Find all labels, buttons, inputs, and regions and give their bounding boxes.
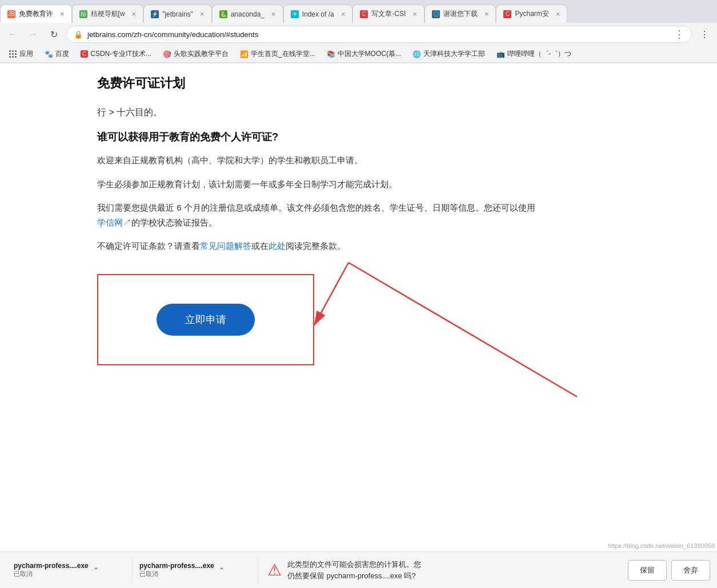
svg-line-2	[349, 263, 577, 397]
download-item-2: pycharm-profess....exe 已取消 ⌃	[133, 557, 258, 583]
bookmark-tougao[interactable]: 🎯 头歌实践教学平台	[158, 48, 233, 60]
tab-bar: JB 免费教育许 × 桔 桔梗导航[w × ⚡ "jetbrains" × 🐍 …	[0, 0, 717, 23]
tab-icon-index: ✈	[291, 10, 299, 18]
tab-free-edu[interactable]: JB 免费教育许 ×	[0, 5, 72, 23]
address-text: jetbrains.com/zh-cn/community/education/…	[87, 30, 670, 39]
bookmark-bilibili-label: 哔哩哔哩（゜-゜）つ	[507, 49, 571, 59]
tab-close-csdn[interactable]: ×	[409, 10, 417, 18]
bookmark-mooc-icon: 📚	[327, 50, 335, 58]
tab-icon-free-edu: JB	[7, 10, 15, 18]
tab-pycharm[interactable]: C Pycharm安 ×	[496, 5, 567, 23]
tab-label-index: Index of /a	[302, 10, 334, 18]
tab-csdn[interactable]: C 写文章-CSI ×	[353, 5, 424, 23]
tab-label-jetbrains: "jetbrains"	[162, 10, 193, 18]
address-bar[interactable]: 🔒 jetbrains.com/zh-cn/community/educatio…	[66, 26, 692, 43]
warning-line2: 仍然要保留 pycharm-profess....exe 吗?	[287, 571, 416, 580]
address-menu-button[interactable]: ⋮	[674, 28, 684, 41]
bookmark-tougao-icon: 🎯	[163, 50, 171, 58]
download-warning: ⚠ 此类型的文件可能会损害您的计算机。您 仍然要保留 pycharm-profe…	[258, 554, 628, 586]
bookmark-tianjin-icon: 🌐	[412, 50, 421, 58]
warning-line1: 此类型的文件可能会损害您的计算机。您	[287, 560, 421, 569]
discard-button[interactable]: 舍弃	[671, 560, 710, 581]
para3-prefix: 我们需要您提供最近 6 个月的注册信息或成绩单。该文件必须包含您的姓名、学生证号…	[97, 203, 535, 212]
bookmark-tianjin[interactable]: 🌐 天津科技大学学工部	[408, 48, 490, 60]
bookmark-tougao-label: 头歌实践教学平台	[174, 49, 229, 59]
bookmark-baidu[interactable]: 🐾 百度	[40, 48, 74, 60]
download-info-1: pycharm-profess....exe 已取消	[14, 562, 89, 578]
apply-button[interactable]: 立即申请	[157, 304, 255, 336]
browser-chrome: JB 免费教育许 × 桔 桔梗导航[w × ⚡ "jetbrains" × 🐍 …	[0, 0, 717, 63]
para4-prefix: 不确定许可证条款？请查看	[97, 241, 200, 251]
tab-close-free-edu[interactable]: ×	[57, 10, 65, 18]
warning-text: 此类型的文件可能会损害您的计算机。您 仍然要保留 pycharm-profess…	[287, 559, 421, 581]
bookmark-apps-label: 应用	[19, 49, 33, 59]
tab-label-thanks: 谢谢您下载	[443, 9, 478, 19]
tab-label-free-edu: 免费教育许	[19, 9, 53, 19]
para2: 学生必须参加正规教育计划，该计划需要一年或多年全日制学习才能完成计划。	[97, 177, 543, 192]
download-chevron-1[interactable]: ⌃	[93, 566, 99, 574]
address-row: ← → ↻ 🔒 jetbrains.com/zh-cn/community/ed…	[0, 23, 717, 46]
keep-button[interactable]: 保留	[628, 560, 667, 581]
tab-close-thanks[interactable]: ×	[481, 10, 489, 18]
para3-suffix: 的学校状态验证报告。	[131, 218, 217, 227]
para1: 欢迎来自正规教育机构（高中、学院和大学）的学生和教职员工申请。	[97, 153, 543, 168]
link-here[interactable]: 此处	[269, 241, 286, 251]
tab-icon-csdn: C	[360, 10, 368, 18]
bookmark-csdn-icon: C	[81, 50, 88, 58]
tab-close-index[interactable]: ×	[338, 10, 346, 18]
download-bar: pycharm-profess....exe 已取消 ⌃ pycharm-pro…	[0, 551, 717, 588]
annotation-arrow	[309, 257, 594, 405]
download-filename-2: pycharm-profess....exe	[139, 562, 214, 570]
back-button[interactable]: ←	[5, 26, 21, 42]
bookmark-student-icon: 📶	[240, 50, 249, 58]
link-faq[interactable]: 常见问题解答	[200, 241, 251, 251]
para3: 我们需要您提供最近 6 个月的注册信息或成绩单。该文件必须包含您的姓名、学生证号…	[97, 200, 543, 229]
tab-jetbrains[interactable]: ⚡ "jetbrains" ×	[143, 5, 211, 23]
bookmark-csdn-label: CSDN-专业IT技术...	[90, 49, 151, 59]
download-info-2: pycharm-profess....exe 已取消	[139, 562, 214, 578]
svg-line-1	[314, 263, 349, 325]
download-status-2: 已取消	[139, 570, 214, 578]
tab-icon-thanks: 🌐	[432, 10, 440, 18]
forward-button[interactable]: →	[25, 26, 41, 42]
tab-close-pycharm[interactable]: ×	[552, 10, 560, 18]
bookmark-csdn[interactable]: C CSDN-专业IT技术...	[76, 48, 156, 60]
tab-icon-jujiao: 桔	[79, 10, 87, 18]
apply-box: 立即申请	[97, 274, 314, 365]
bookmark-mooc-label: 中国大学MOOC(慕...	[338, 49, 401, 59]
tab-close-jetbrains[interactable]: ×	[197, 10, 205, 18]
download-status-1: 已取消	[14, 570, 89, 578]
bookmark-bilibili-icon: 📺	[496, 50, 505, 58]
bookmark-apps[interactable]: 应用	[5, 48, 38, 60]
tab-close-anaconda[interactable]: ×	[268, 10, 276, 18]
bookmark-tianjin-label: 天津科技大学学工部	[423, 49, 485, 59]
tab-label-pycharm: Pycharm安	[515, 9, 548, 19]
scrolled-text: 行 > 十六目的。	[97, 107, 717, 119]
tab-label-anaconda: anaconda_	[231, 10, 265, 18]
download-item-1: pycharm-profess....exe 已取消 ⌃	[7, 557, 133, 583]
para4-suffix: 阅读完整条款。	[286, 241, 346, 251]
tab-icon-jetbrains: ⚡	[151, 10, 159, 18]
page-title: 免费许可证计划	[97, 69, 717, 98]
download-actions: 保留 舍弃	[628, 560, 710, 581]
tab-jujiao[interactable]: 桔 桔梗导航[w ×	[72, 5, 144, 23]
warning-icon: ⚠	[267, 561, 282, 579]
page-content: 免费许可证计划 行 > 十六目的。 谁可以获得用于教育的免费个人许可证? 欢迎来…	[0, 63, 717, 377]
bookmark-baidu-icon: 🐾	[45, 50, 53, 58]
tab-index-of[interactable]: ✈ Index of /a ×	[283, 5, 353, 23]
tab-close-jujiao[interactable]: ×	[129, 10, 137, 18]
bookmarks-bar: 应用 🐾 百度 C CSDN-专业IT技术... 🎯 头歌实践教学平台 📶 学生…	[0, 46, 717, 63]
bookmark-student[interactable]: 📶 学生首页_在线学堂...	[235, 48, 320, 60]
bookmark-mooc[interactable]: 📚 中国大学MOOC(慕...	[322, 48, 406, 60]
bookmark-bilibili[interactable]: 📺 哔哩哔哩（゜-゜）つ	[492, 48, 576, 60]
download-chevron-2[interactable]: ⌃	[219, 566, 225, 574]
lock-icon: 🔒	[74, 30, 83, 39]
reload-button[interactable]: ↻	[46, 26, 62, 42]
section-heading: 谁可以获得用于教育的免费个人许可证?	[97, 130, 717, 144]
extensions-button[interactable]: ⋮	[696, 26, 712, 42]
tab-anaconda[interactable]: 🐍 anaconda_ ×	[212, 5, 283, 23]
tab-label-csdn: 写文章-CSI	[371, 9, 406, 19]
download-filename-1: pycharm-profess....exe	[14, 562, 89, 570]
link-xuexinwang[interactable]: 学信网↗	[97, 218, 131, 227]
tab-thanks[interactable]: 🌐 谢谢您下载 ×	[424, 5, 496, 23]
